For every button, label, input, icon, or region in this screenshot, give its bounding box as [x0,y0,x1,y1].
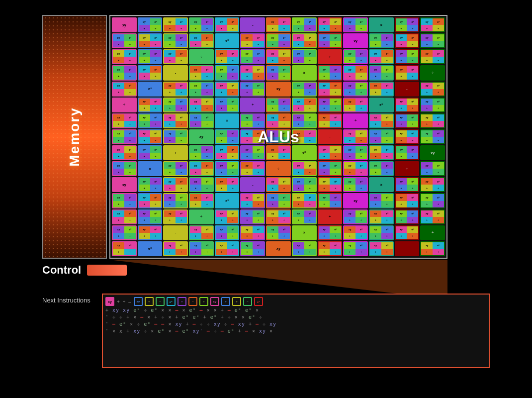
alu-cell: xyeˣ+÷ [240,161,265,176]
alu-sub-cell: + [319,121,330,127]
alu-cell: xyeˣ+÷ [112,82,137,97]
alu-sub-cell: eˣ [304,162,316,169]
alu-sub-cell: + [396,217,407,223]
alu-sub-cell: + [396,137,407,143]
alu-sub-cell: ÷ [150,73,162,79]
alu-sub-cell: xy [190,83,201,89]
alu-sub-cell: eˣ [330,99,341,105]
alu-sub-cell: eˣ [227,242,239,249]
alu-sub-cell: xy [139,226,150,233]
alu-sub-cell: ÷ [355,57,367,63]
alu-sub-cell: eˣ [227,146,239,153]
alu-sub-cell: ÷ [278,73,290,79]
alu-sub-cell: xy [241,50,253,57]
alu-cell: xyeˣ+÷ [215,177,240,192]
alu-sub-cell: + [421,169,433,175]
alu-sub-cell: + [267,73,278,79]
alu-sub-cell: ÷ [381,73,393,79]
alu-sub-cell: eˣ [201,99,213,105]
alu-cell: xyeˣ+÷ [112,193,137,208]
alu-cell: xyeˣ+÷ [420,241,445,256]
alu-sub-cell: xy [293,178,304,185]
alu-cell: xyeˣ+÷ [420,177,445,192]
alu-sub-cell: eˣ [330,18,341,25]
alu-sub-cell: eˣ [330,162,341,169]
alu-sub-cell: ÷ [407,201,418,207]
alu-sub-cell: xy [344,162,355,169]
alu-sub-cell: + [113,73,124,79]
alu-sub-cell: ÷ [407,57,418,63]
alu-sub-cell: ÷ [227,217,239,223]
alu-sub-cell: eˣ [150,34,162,41]
alu-cell: - [163,65,188,80]
instruction-row: + xy xy eˣ ÷ eˣ × × – × eˣ – × × + – eˣ … [105,307,486,313]
alu-sub-cell: ÷ [407,185,418,191]
alu-sub-cell: eˣ [407,226,418,233]
alu-sub-cell: xy [216,242,227,249]
alu-sub-cell: eˣ [381,114,393,121]
alu-sub-cell: xy [267,99,278,105]
alu-cell: xyeˣ+÷ [420,98,445,112]
alu-sub-cell: eˣ [150,114,162,121]
alu-cell: xyeˣ+÷ [240,209,265,224]
alu-cell: xyeˣ+÷ [318,145,343,160]
alu-sub-cell: + [139,137,150,143]
alu-sub-cell: + [216,25,227,31]
alu-sub-cell: xy [370,162,381,169]
alu-sub-cell: ÷ [433,185,444,191]
alu-sub-cell: + [216,137,227,143]
alu-sub-cell: + [164,57,176,63]
alu-cell: xyeˣ+÷ [163,17,188,32]
alu-sub-cell: xy [113,83,124,89]
alu-sub-cell: xy [113,146,124,153]
alu-sub-cell: ÷ [304,217,316,223]
alu-cell: xyeˣ+÷ [189,145,214,160]
alu-sub-cell: + [344,217,355,223]
alu-cell: × [215,113,240,128]
alu-sub-cell: + [293,89,304,96]
alu-cell: xyeˣ+÷ [138,17,163,32]
alu-sub-cell: ÷ [201,153,213,159]
alu-sub-cell: eˣ [304,194,316,200]
alu-cell: xyeˣ+÷ [240,193,265,208]
alu-sub-cell: + [241,201,253,207]
alu-sub-cell: eˣ [176,83,187,89]
alu-sub-cell: ÷ [201,25,213,31]
alu-sub-cell: ÷ [278,201,290,207]
alu-sub-cell: xy [293,114,304,121]
alu-sub-cell: eˣ [433,162,444,169]
alu-sub-cell: eˣ [227,162,239,169]
alu-sub-cell: ÷ [278,57,290,63]
alu-sub-cell: + [241,73,253,79]
alu-cell: xyeˣ+÷ [138,177,163,192]
alu-cell: xyeˣ+÷ [240,225,265,240]
alu-sub-cell: xy [319,99,330,105]
next-instructions-section: Next Instructions xy+÷–xy÷–eˣ+–÷xy+÷–eˣ+… [42,294,490,368]
alu-sub-cell: xy [421,242,433,249]
alu-sub-cell: ÷ [330,41,341,47]
alu-sub-cell: + [344,105,355,111]
alu-sub-cell: + [190,249,201,255]
alu-sub-cell: ÷ [304,121,316,127]
alu-sub-cell: ÷ [150,233,162,239]
next-instructions-label: Next Instructions [42,294,97,304]
alu-sub-cell: xy [113,210,124,217]
alu-sub-cell: xy [216,99,227,105]
alu-sub-cell: + [319,25,330,31]
alu-cell: xyeˣ+÷ [138,225,163,240]
alu-sub-cell: + [293,121,304,127]
alu-sub-cell: ÷ [304,185,316,191]
alu-sub-cell: xy [319,114,330,121]
alu-sub-cell: ÷ [227,233,239,239]
alu-cell: xyeˣ+÷ [395,193,420,208]
alu-cell: xyeˣ+÷ [318,113,343,128]
alu-sub-cell: + [139,233,150,239]
alu-sub-cell: + [319,73,330,79]
alu-cell: xyeˣ+÷ [343,145,368,160]
alu-sub-cell: eˣ [355,226,367,233]
alu-sub-cell: + [113,201,124,207]
alu-cell: xyeˣ+÷ [292,161,317,176]
alu-sub-cell: xy [216,162,227,169]
alu-sub-cell: ÷ [150,105,162,111]
alu-cell: xyeˣ+÷ [240,145,265,160]
